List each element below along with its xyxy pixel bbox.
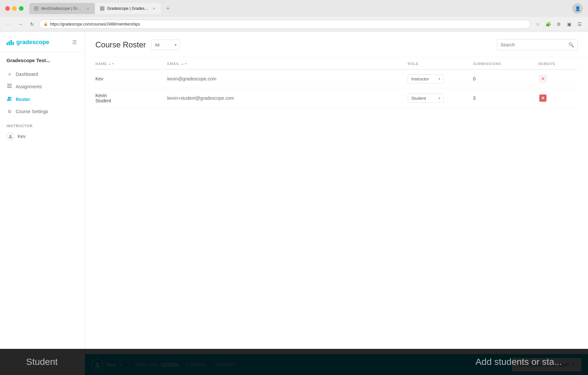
menu-toggle-button[interactable]: ☰ bbox=[71, 38, 78, 47]
row2-role-select[interactable]: Instructor Student TA Reader bbox=[408, 94, 444, 103]
th-name[interactable]: NAME ▲▼ bbox=[95, 62, 167, 66]
course-settings-icon: ⚙ bbox=[7, 109, 12, 114]
tabs-bar: dev|Gradescope | Grades... ✕ Gradescope … bbox=[29, 3, 569, 14]
bottom-hint: Student Add students or sta... bbox=[0, 349, 588, 375]
app-window: gradescope ☰ Gradescope Test... ≡ Dashbo… bbox=[0, 31, 588, 375]
roster-icon bbox=[7, 96, 12, 102]
instructor-item: Kev bbox=[0, 130, 85, 143]
tab-title-active: Gradescope | Gradescope bbox=[107, 6, 149, 11]
browser-chrome: dev|Gradescope | Grades... ✕ Gradescope … bbox=[0, 0, 588, 31]
nav-section: ≡ Dashboard Assignments bbox=[0, 66, 85, 120]
row1-remove-button[interactable]: ✕ bbox=[538, 74, 547, 83]
row1-remove: ✕ bbox=[538, 74, 578, 83]
th-remove-label: REMOVE bbox=[538, 62, 555, 66]
th-email[interactable]: EMAIL ▲▼ bbox=[167, 62, 408, 66]
cast-button[interactable]: ▣ bbox=[564, 20, 574, 29]
address-bar[interactable]: 🔒 https://gradescope.com/courses/2488/me… bbox=[39, 20, 531, 29]
filter-select-wrapper: All Students Staff ▼ bbox=[151, 40, 180, 50]
roster-table: NAME ▲▼ EMAIL ▲▼ ROLE SUBMISSIONS REMOVE bbox=[85, 57, 588, 354]
forward-button[interactable]: → bbox=[16, 20, 25, 29]
logo-bar-4 bbox=[12, 42, 14, 45]
maximize-window-button[interactable] bbox=[19, 6, 24, 11]
row2-remove: ✕ bbox=[538, 94, 578, 103]
th-role: ROLE bbox=[408, 62, 473, 66]
course-name: Gradescope Test... bbox=[0, 52, 85, 66]
filter-select[interactable]: All Students Staff bbox=[151, 40, 180, 50]
browser-tab-active[interactable]: Gradescope | Gradescope ✕ bbox=[95, 3, 161, 14]
svg-point-5 bbox=[9, 135, 11, 137]
svg-point-3 bbox=[8, 97, 10, 99]
sidebar-item-assignments[interactable]: Assignments bbox=[0, 80, 85, 93]
sidebar-item-roster-label: Roster bbox=[16, 97, 30, 102]
tab-close-button[interactable]: ✕ bbox=[86, 6, 90, 11]
logo-area: gradescope bbox=[7, 39, 49, 46]
logo-bar-1 bbox=[7, 43, 8, 45]
instructor-avatar bbox=[7, 132, 14, 140]
dashboard-icon: ≡ bbox=[7, 72, 12, 77]
sidebar-header: gradescope ☰ bbox=[0, 31, 85, 52]
search-icon[interactable]: 🔍 bbox=[568, 42, 574, 47]
search-area: 🔍 bbox=[497, 39, 578, 50]
row2-role-select-wrapper: Instructor Student TA Reader ▼ bbox=[408, 94, 444, 103]
browser-toolbar: ← → ↻ 🔒 https://gradescope.com/courses/2… bbox=[0, 17, 588, 31]
row1-submissions: 0 bbox=[473, 76, 538, 81]
reload-button[interactable]: ↻ bbox=[27, 20, 37, 29]
sort-icon-email: ▲▼ bbox=[181, 62, 187, 65]
row2-name: KevinStudent bbox=[95, 93, 167, 103]
th-name-label: NAME bbox=[95, 62, 107, 66]
back-button[interactable]: ← bbox=[4, 20, 13, 29]
instructor-section-label: INSTRUCTOR bbox=[0, 120, 85, 130]
svg-rect-2 bbox=[7, 87, 12, 88]
search-input[interactable] bbox=[500, 42, 566, 47]
profile-button[interactable]: 👤 bbox=[572, 3, 583, 14]
th-submissions: SUBMISSIONS bbox=[473, 62, 538, 66]
sidebar-item-dashboard[interactable]: ≡ Dashboard bbox=[0, 68, 85, 80]
row2-role: Instructor Student TA Reader ▼ bbox=[408, 94, 473, 103]
instructor-name: Kev bbox=[18, 134, 25, 139]
table-row: KevinStudent kevin+student@gradescope.co… bbox=[95, 88, 578, 108]
logo-icon bbox=[7, 40, 14, 45]
sidebar-item-course-settings[interactable]: ⚙ Course Settings bbox=[0, 106, 85, 117]
row1-name: Kev bbox=[95, 76, 167, 81]
row1-role-select-wrapper: Instructor Student TA Reader ▼ bbox=[408, 74, 444, 83]
svg-rect-0 bbox=[7, 84, 12, 85]
logo-bar-3 bbox=[10, 40, 12, 45]
svg-point-4 bbox=[10, 97, 11, 99]
remove-icon-soft: ✕ bbox=[539, 75, 547, 82]
row1-email: kevin@gradescope.com bbox=[167, 76, 408, 81]
th-submissions-label: SUBMISSIONS bbox=[473, 62, 501, 66]
hint-right-text: Add students or sta... bbox=[475, 357, 562, 367]
menu-button[interactable]: ☰ bbox=[575, 20, 584, 29]
tab-close-active-button[interactable]: ✕ bbox=[152, 6, 156, 11]
sort-icon-name: ▲▼ bbox=[108, 62, 115, 65]
table-header: NAME ▲▼ EMAIL ▲▼ ROLE SUBMISSIONS REMOVE bbox=[95, 57, 578, 70]
th-role-label: ROLE bbox=[408, 62, 419, 66]
hint-left-text: Student bbox=[26, 357, 58, 367]
row2-remove-button[interactable]: ✕ bbox=[538, 94, 547, 103]
extensions-button[interactable]: 🧩 bbox=[544, 20, 553, 29]
bookmark-button[interactable]: ☆ bbox=[533, 20, 542, 29]
tab-favicon bbox=[34, 6, 39, 11]
svg-rect-1 bbox=[7, 85, 12, 86]
sidebar-item-dashboard-label: Dashboard bbox=[16, 72, 38, 77]
page-title: Course Roster bbox=[95, 40, 146, 49]
remove-icon-hard: ✕ bbox=[539, 94, 547, 102]
assignments-icon bbox=[7, 83, 12, 90]
th-email-label: EMAIL bbox=[167, 62, 180, 66]
row2-email: kevin+student@gradescope.com bbox=[167, 95, 408, 101]
traffic-lights bbox=[5, 6, 24, 11]
sidebar-item-course-settings-label: Course Settings bbox=[16, 109, 48, 114]
new-tab-button[interactable]: + bbox=[161, 3, 174, 14]
page-title-area: Course Roster All Students Staff ▼ bbox=[95, 40, 180, 50]
sidebar: gradescope ☰ Gradescope Test... ≡ Dashbo… bbox=[0, 31, 85, 375]
lock-icon: 🔒 bbox=[43, 22, 48, 26]
close-window-button[interactable] bbox=[5, 6, 10, 11]
browser-tab-inactive[interactable]: dev|Gradescope | Grades... ✕ bbox=[29, 3, 95, 14]
toolbar-actions: ☆ 🧩 ⚙ ▣ ☰ bbox=[533, 20, 584, 29]
url-text: https://gradescope.com/courses/2488/memb… bbox=[50, 22, 140, 26]
sidebar-item-roster[interactable]: Roster bbox=[0, 93, 85, 106]
settings-button[interactable]: ⚙ bbox=[554, 20, 563, 29]
minimize-window-button[interactable] bbox=[12, 6, 17, 11]
browser-titlebar: dev|Gradescope | Grades... ✕ Gradescope … bbox=[0, 0, 588, 17]
row1-role-select[interactable]: Instructor Student TA Reader bbox=[408, 74, 444, 83]
